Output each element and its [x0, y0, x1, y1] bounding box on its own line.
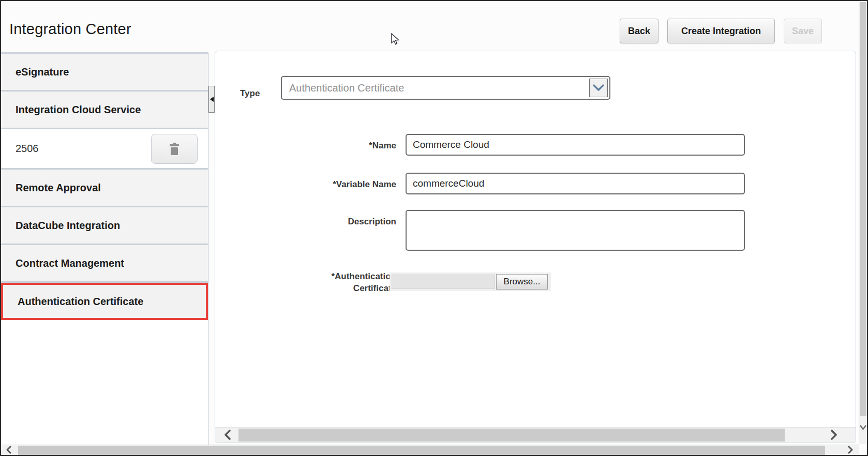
sidebar-item-datacube-integration[interactable]: DataCube Integration	[1, 207, 208, 245]
sidebar-item-authentication-certificate[interactable]: Authentication Certificate	[1, 283, 208, 320]
horizontal-scroll-thumb[interactable]	[238, 429, 785, 442]
app-window: Integration Center Back Create Integrati…	[0, 0, 868, 456]
variable-name-input[interactable]	[406, 173, 745, 194]
description-label: Description	[220, 216, 396, 227]
name-input[interactable]	[406, 134, 745, 156]
chevron-down-icon	[593, 84, 604, 92]
panel-horizontal-scrollbar[interactable]	[215, 427, 856, 443]
description-textarea[interactable]	[406, 210, 745, 251]
type-dropdown[interactable]: Authentication Certificate	[281, 76, 610, 100]
window-horizontal-scrollbar[interactable]	[1, 445, 859, 455]
sidebar-item-contract-management[interactable]: Contract Management	[1, 245, 208, 283]
type-dropdown-value: Authentication Certificate	[282, 82, 589, 94]
form-panel: Type Authentication Certificate *Name *V…	[215, 51, 856, 443]
certificate-file-field[interactable]	[392, 275, 495, 289]
sidebar-item-esignature[interactable]: eSignature	[1, 54, 208, 92]
create-integration-button[interactable]: Create Integration	[667, 19, 775, 43]
collapse-left-icon	[210, 97, 214, 102]
back-button[interactable]: Back	[620, 19, 659, 43]
certificate-file-picker: Browse...	[390, 272, 551, 291]
mouse-cursor-icon	[391, 33, 400, 45]
browse-button[interactable]: Browse...	[496, 274, 548, 290]
scroll-left-icon[interactable]	[223, 430, 232, 440]
sidebar-item-integration-cloud-service[interactable]: Integration Cloud Service	[1, 92, 208, 129]
scroll-right-icon[interactable]	[830, 430, 838, 440]
sidebar-collapse-handle[interactable]	[208, 86, 215, 113]
scroll-down-icon[interactable]	[859, 425, 867, 430]
trash-icon	[168, 142, 181, 156]
dropdown-toggle-button[interactable]	[589, 79, 608, 97]
sidebar: eSignature Integration Cloud Service 250…	[1, 52, 208, 445]
save-button[interactable]: Save	[784, 19, 822, 43]
sidebar-item-label: Remote Approval	[16, 182, 101, 194]
type-label: Type	[240, 88, 260, 99]
delete-button[interactable]	[151, 134, 198, 164]
horizontal-scroll-thumb[interactable]	[18, 446, 825, 455]
page-title: Integration Center	[9, 21, 131, 38]
sidebar-item-label: Authentication Certificate	[18, 296, 143, 308]
sidebar-item-2506[interactable]: 2506	[1, 129, 208, 170]
sidebar-item-remote-approval[interactable]: Remote Approval	[1, 170, 208, 207]
sidebar-item-label: eSignature	[16, 66, 69, 78]
authentication-certificate-label: *Authentication Certificate	[220, 270, 396, 294]
sidebar-item-label: DataCube Integration	[16, 220, 120, 232]
scroll-left-icon[interactable]	[5, 446, 12, 454]
variable-name-label: *Variable Name	[220, 178, 396, 190]
vertical-scroll-thumb[interactable]	[860, 2, 866, 416]
name-label: *Name	[220, 140, 396, 151]
sidebar-item-label: Integration Cloud Service	[16, 104, 141, 116]
toolbar: Back Create Integration Save	[620, 19, 822, 43]
sidebar-item-label: Contract Management	[16, 257, 124, 269]
window-vertical-scrollbar[interactable]	[859, 1, 867, 444]
scroll-right-icon[interactable]	[847, 446, 854, 454]
sidebar-item-label: 2506	[16, 143, 39, 155]
